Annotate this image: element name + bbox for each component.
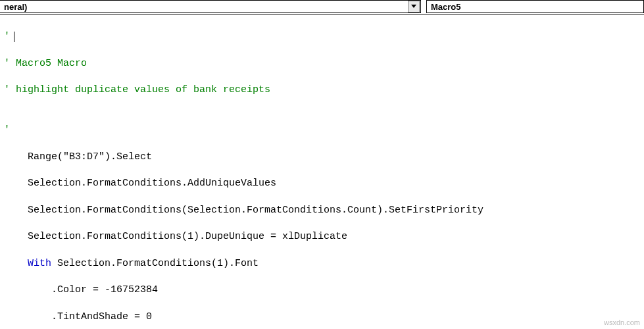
code-comment: ' (0, 124, 644, 137)
object-selector[interactable]: neral) (0, 0, 421, 13)
code-comment: ' highlight duplicate values of bank rec… (0, 84, 644, 97)
code-line: Range("B3:D7").Select (0, 151, 644, 164)
code-line: .Color = -16752384 (0, 284, 644, 297)
chevron-down-icon[interactable] (408, 1, 420, 13)
procedure-selector-value: Macro5 (427, 2, 643, 12)
svg-marker-0 (411, 5, 416, 8)
code-line: With Selection.FormatConditions(1).Font (0, 257, 644, 270)
code-editor[interactable]: ' ' Macro5 Macro ' highlight duplicate v… (0, 14, 644, 329)
code-comment: ' Macro5 Macro (0, 57, 644, 70)
watermark: wsxdn.com (604, 318, 640, 326)
code-comment: ' (4, 31, 10, 42)
procedure-selector[interactable]: Macro5 (426, 0, 644, 13)
code-line: Selection.FormatConditions.AddUniqueValu… (0, 177, 644, 190)
text-cursor (14, 32, 14, 42)
code-line: Selection.FormatConditions(Selection.For… (0, 204, 644, 217)
keyword-with: With (28, 258, 51, 269)
toolbar: neral) Macro5 (0, 0, 644, 14)
code-line: .TintAndShade = 0 (0, 311, 644, 324)
code-line: Selection.FormatConditions(1).DupeUnique… (0, 230, 644, 243)
object-selector-value: neral) (0, 2, 408, 12)
